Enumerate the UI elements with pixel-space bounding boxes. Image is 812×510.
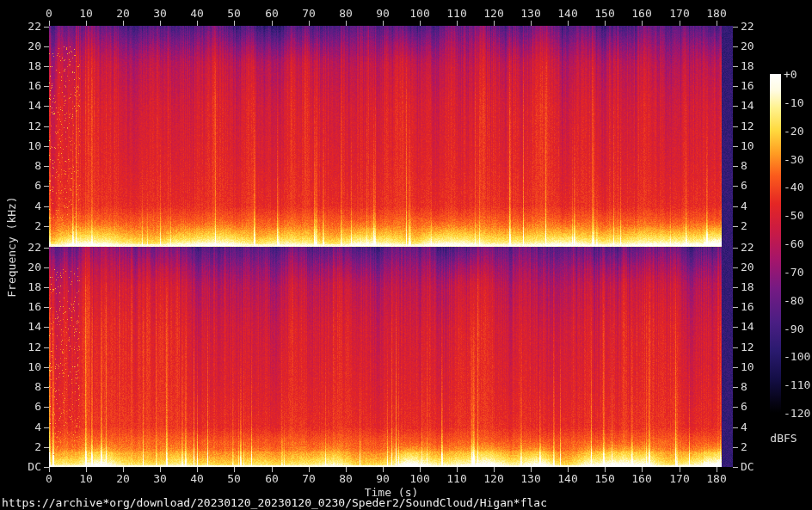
x-tick-label: 60 [255,473,289,485]
x-tick-mark [309,467,310,472]
x-tick-mark [346,467,347,472]
x-tick-label: 80 [329,8,363,20]
freq-tick-label: 12 [0,341,41,353]
colorbar-tick-label: -40 [784,181,803,194]
freq-tick-mark [733,226,738,227]
freq-tick-mark [733,367,738,368]
freq-tick-label: 22 [741,21,775,33]
freq-tick-label: 22 [0,21,41,33]
x-tick-label: 180 [699,8,734,20]
freq-tick-mark [733,106,738,107]
freq-tick-label: 12 [0,120,41,132]
x-tick-label: 40 [180,8,214,20]
x-tick-label: 170 [662,8,697,20]
source-url-caption: https://archive*org/download/20230120_20… [2,497,547,509]
x-tick-mark [86,467,87,472]
freq-tick-label: 16 [0,80,41,92]
x-tick-label: 70 [292,473,326,485]
x-tick-label: 90 [366,8,400,20]
colorbar-tick-label: -10 [784,97,803,109]
x-tick-mark [457,467,458,472]
freq-tick-mark [44,467,49,468]
freq-tick-label: 10 [0,361,41,373]
freq-tick-mark [733,248,738,249]
x-tick-label: 140 [551,473,585,485]
x-tick-mark [197,467,198,472]
freq-tick-mark [733,66,738,67]
freq-tick-label: 20 [0,40,41,52]
x-tick-mark [680,467,680,472]
freq-tick-label: 20 [741,40,775,52]
freq-tick-mark [733,427,738,428]
spectrogram-window: 0102030405060708090100110120130140150160… [0,0,812,510]
freq-tick-mark [733,387,738,388]
freq-tick-label: 6 [0,180,41,192]
x-tick-mark [642,467,643,472]
freq-tick-mark [733,327,738,328]
freq-tick-mark [733,206,738,207]
x-tick-mark [494,467,495,472]
x-tick-label: 130 [514,473,548,485]
x-tick-label: 10 [69,473,103,485]
colorbar-gradient [770,74,781,413]
x-tick-mark [605,467,606,472]
x-tick-label: 150 [587,473,622,485]
x-tick-mark [717,467,717,472]
x-tick-label: 0 [32,8,66,20]
colorbar-tick-label: -30 [784,154,803,166]
colorbar-tick-label: -20 [784,126,803,138]
freq-tick-label: 2 [0,441,41,453]
freq-tick-label: 18 [741,60,775,72]
x-tick-label: 120 [477,473,511,485]
colorbar-tick-label: -50 [784,210,803,222]
x-tick-label: 50 [217,473,251,485]
x-tick-label: 80 [329,473,363,485]
x-tick-mark [160,467,161,472]
x-tick-mark [420,467,421,472]
x-tick-mark [383,467,384,472]
x-tick-label: 20 [106,8,140,20]
freq-tick-mark [733,267,738,268]
freq-tick-mark [733,467,738,468]
freq-tick-mark [733,307,738,308]
freq-tick-mark [733,46,738,47]
x-tick-label: 90 [366,473,400,485]
freq-tick-label: 14 [0,321,41,333]
freq-tick-label: 8 [0,160,41,172]
spectrogram-canvas [49,26,733,467]
x-tick-label: 70 [292,8,326,20]
x-tick-label: 130 [514,8,548,20]
frequency-axis-title: Frequency (kHz) [6,196,18,297]
freq-tick-mark [733,287,738,288]
x-tick-mark [272,467,273,472]
x-tick-label: 170 [662,473,697,485]
x-tick-label: 110 [440,473,474,485]
freq-tick-label: DC [0,461,41,473]
colorbar-tick-label: -100 [784,351,810,363]
colorbar-tick-label: -110 [784,379,810,391]
freq-tick-label: 8 [0,381,41,393]
colorbar-tick-label: -120 [784,408,810,420]
x-tick-label: 40 [180,473,214,485]
freq-tick-label: 6 [0,401,41,413]
freq-tick-mark [733,126,738,127]
x-tick-label: 160 [624,8,659,20]
x-tick-label: 120 [477,8,511,20]
x-tick-mark [49,467,50,472]
x-tick-label: 10 [69,8,103,20]
freq-tick-label: 14 [0,100,41,112]
freq-tick-label: DC [741,461,775,473]
x-tick-label: 110 [440,8,474,20]
colorbar-tick-label: -80 [784,295,803,307]
x-tick-label: 100 [403,473,437,485]
x-tick-mark [234,467,235,472]
freq-tick-mark [733,146,738,147]
freq-tick-mark [733,86,738,87]
colorbar-tick-label: -60 [784,238,803,250]
x-tick-label: 60 [255,8,289,20]
x-tick-mark [531,467,532,472]
x-tick-mark [568,467,569,472]
x-tick-label: 0 [32,473,66,485]
freq-tick-label: 10 [0,140,41,152]
freq-tick-mark [733,447,738,448]
